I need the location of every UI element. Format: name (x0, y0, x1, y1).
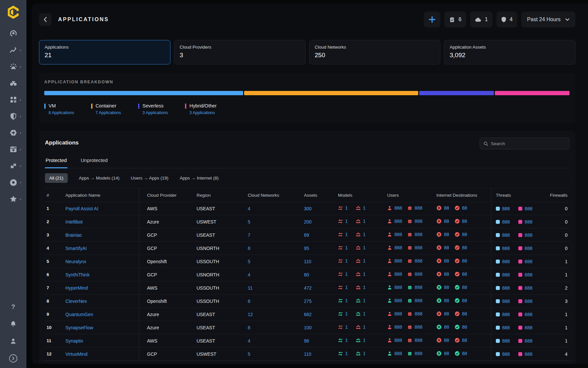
assets-link[interactable]: 89 (304, 232, 309, 238)
count-link[interactable]: 1 (345, 271, 348, 277)
cloud-networks-link[interactable]: 4 (248, 206, 250, 211)
count-link[interactable]: 888 (502, 351, 510, 357)
sidebar-item-help[interactable]: ? (6, 302, 20, 312)
count-link[interactable]: 888 (415, 219, 422, 224)
application-name-link[interactable]: Brainiac (65, 232, 82, 238)
filter-chip[interactable]: Apps → Models (14) (79, 173, 120, 183)
next-page-button[interactable] (558, 364, 570, 364)
count-link[interactable]: 888 (525, 246, 532, 251)
count-link[interactable]: 1 (363, 298, 366, 303)
application-name-link[interactable]: Neuralynx (65, 259, 86, 264)
assets-link[interactable]: 682 (304, 312, 312, 317)
cloud-networks-link[interactable]: 5 (248, 259, 250, 264)
table-row[interactable]: 1Payroll Assist AIAWSUSEAST4300118888888… (45, 202, 570, 215)
count-link[interactable]: 1 (345, 298, 348, 303)
count-link[interactable]: 1 (345, 338, 348, 343)
search-input[interactable] (491, 141, 566, 146)
application-name-link[interactable]: HyperMind (65, 285, 88, 291)
count-link[interactable]: 888 (415, 285, 422, 290)
count-link[interactable]: 888 (525, 272, 532, 277)
count-link[interactable]: 88 (444, 219, 449, 224)
brand-logo-icon[interactable] (6, 5, 20, 20)
count-link[interactable]: 1 (363, 311, 366, 316)
count-link[interactable]: 88 (462, 219, 467, 224)
count-link[interactable]: 888 (415, 311, 422, 316)
count-link[interactable]: 1 (363, 258, 366, 264)
count-link[interactable]: 888 (502, 312, 510, 317)
sidebar-item-boxes[interactable]: › (6, 161, 20, 171)
count-link[interactable]: 888 (415, 258, 422, 264)
count-link[interactable]: 888 (502, 259, 510, 264)
count-link[interactable]: 888 (502, 219, 510, 225)
count-link[interactable]: 88 (444, 311, 449, 316)
count-link[interactable]: 888 (502, 246, 510, 251)
application-name-link[interactable]: Synaptix (65, 338, 83, 344)
count-link[interactable]: 888 (394, 245, 402, 250)
cloud-networks-link[interactable]: 12 (248, 312, 253, 317)
count-link[interactable]: 888 (525, 206, 532, 211)
cloud-networks-link[interactable]: 11 (248, 285, 253, 291)
sidebar-item-bell[interactable] (6, 319, 20, 329)
count-link[interactable]: 1 (363, 338, 366, 343)
page-select[interactable]: 1 (508, 364, 526, 364)
count-link[interactable]: 88 (444, 338, 449, 343)
count-link[interactable]: 888 (502, 285, 510, 291)
table-row[interactable]: 5NeuralynxOpenshiftUSSOUTH51101188888888… (45, 255, 570, 268)
assets-link[interactable]: 300 (304, 206, 312, 211)
tab-protected[interactable]: Protected (45, 157, 67, 168)
back-button[interactable] (39, 13, 52, 26)
count-link[interactable]: 888 (394, 232, 402, 237)
assets-link[interactable]: 110 (304, 351, 311, 357)
count-link[interactable]: 1 (345, 285, 348, 290)
stat-card-cloud-networks[interactable]: Cloud Networks250 (309, 40, 441, 64)
application-name-link[interactable]: Intellibot (65, 219, 83, 225)
count-link[interactable]: 888 (525, 325, 532, 330)
count-link[interactable]: 1 (345, 245, 348, 250)
header-badge-shield-badge[interactable]: 4 (496, 12, 517, 27)
tab-unprotected[interactable]: Unprotected (80, 157, 108, 168)
sidebar-item-radar[interactable] (6, 28, 20, 38)
count-link[interactable]: 88 (462, 285, 467, 290)
count-link[interactable]: 888 (525, 219, 532, 225)
count-link[interactable]: 88 (462, 311, 467, 316)
count-link[interactable]: 888 (394, 205, 402, 211)
count-link[interactable]: 88 (462, 245, 467, 250)
count-link[interactable]: 88 (462, 232, 467, 237)
count-link[interactable]: 88 (462, 205, 467, 211)
count-link[interactable]: 888 (394, 311, 402, 316)
count-link[interactable]: 1 (363, 245, 366, 250)
count-link[interactable]: 888 (415, 245, 422, 250)
count-link[interactable]: 888 (502, 299, 510, 304)
count-link[interactable]: 888 (394, 298, 402, 303)
count-link[interactable]: 88 (462, 338, 467, 343)
count-link[interactable]: 88 (444, 245, 449, 250)
count-link[interactable]: 888 (525, 299, 532, 304)
cloud-networks-link[interactable]: 7 (248, 232, 250, 238)
count-link[interactable]: 88 (462, 258, 467, 264)
table-row[interactable]: 3BrainiacGCPUSEAST7891188888888888888880 (45, 228, 570, 242)
table-row[interactable]: 11SynaptixAWSUSEAST498118888888888888888… (45, 334, 570, 348)
count-link[interactable]: 1 (363, 324, 366, 330)
sidebar-item-apps-gear[interactable]: › (6, 95, 20, 104)
count-link[interactable]: 1 (345, 232, 348, 237)
sidebar-item-shield[interactable]: › (6, 111, 20, 121)
cloud-networks-link[interactable]: 8 (248, 299, 250, 304)
count-link[interactable]: 88 (444, 271, 449, 277)
count-link[interactable]: 888 (394, 285, 402, 290)
cloud-networks-link[interactable]: 8 (248, 325, 250, 330)
sidebar-item-siren[interactable]: › (6, 61, 20, 71)
application-name-link[interactable]: VirtuoMind (65, 351, 88, 357)
time-range-dropdown[interactable]: Past 24 Hours (521, 12, 575, 27)
legend-count-link[interactable]: 3 Applications (142, 110, 168, 115)
count-link[interactable]: 1 (363, 285, 366, 290)
sidebar-item-gear[interactable]: › (6, 177, 20, 187)
table-row[interactable]: 2IntellibotAzureUSWEST520011888888888888… (45, 215, 570, 228)
count-link[interactable]: 1 (345, 258, 348, 264)
count-link[interactable]: 888 (415, 338, 422, 343)
count-link[interactable]: 888 (394, 351, 402, 356)
application-name-link[interactable]: Payroll Assist AI (65, 206, 98, 211)
assets-link[interactable]: 275 (304, 299, 312, 304)
count-link[interactable]: 888 (525, 259, 532, 264)
count-link[interactable]: 88 (444, 232, 449, 237)
assets-link[interactable]: 80 (304, 272, 309, 277)
